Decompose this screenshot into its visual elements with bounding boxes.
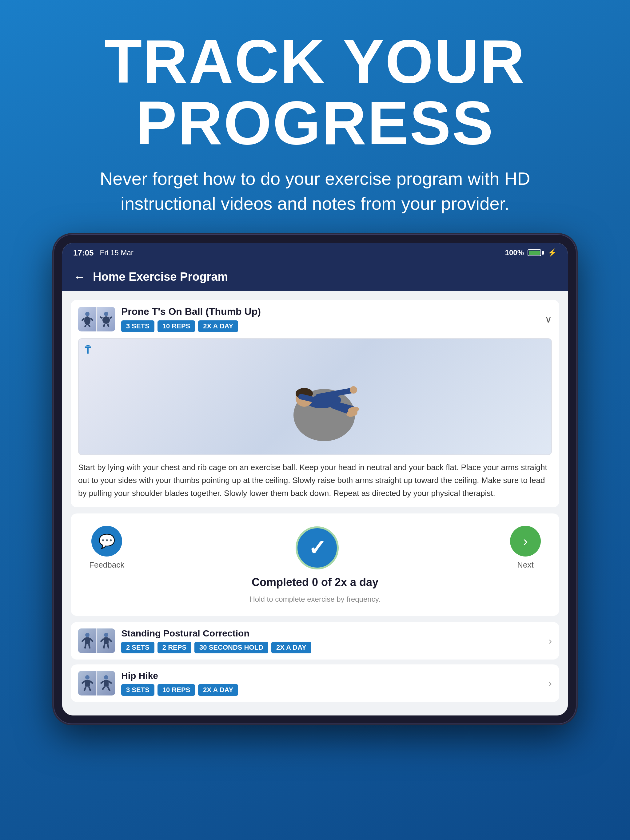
exercise-header: Prone T's On Ball (Thumb Up) 3 SETS 10 R…: [71, 300, 559, 338]
svg-line-44: [109, 681, 112, 684]
list-chevron-2: ›: [548, 677, 552, 689]
list-tags-2: 3 SETS 10 REPS 2X A DAY: [121, 684, 542, 696]
header-section: TRACK YOUR PROGRESS Never forget how to …: [0, 0, 630, 234]
status-time: 17:05: [73, 248, 94, 257]
svg-point-6: [104, 312, 108, 316]
svg-rect-42: [104, 680, 109, 687]
battery-tip: [542, 251, 544, 254]
list-thumb-left-1: [78, 628, 96, 653]
list-name-1: Standing Postural Correction: [121, 628, 542, 639]
exercise-description: Start by lying with your chest and rib c…: [71, 461, 559, 507]
battery-percent: 100%: [505, 248, 524, 257]
exercise-tags: 3 SETS 10 REPS 2X A DAY: [121, 321, 539, 332]
exercise-thumbnail: [78, 307, 115, 332]
tablet-screen: 17:05 Fri 15 Mar 100% ⚡ ← Hom: [62, 243, 568, 715]
action-row: 💬 Feedback ✓: [71, 513, 559, 616]
svg-line-28: [89, 644, 90, 649]
status-right: 100% ⚡: [505, 248, 557, 257]
video-watermark: T̈: [85, 345, 90, 356]
tag-frequency: 2X A DAY: [198, 321, 238, 332]
exercise-name: Prone T's On Ball (Thumb Up): [121, 306, 539, 317]
svg-line-18: [301, 396, 317, 400]
hold-text: Hold to complete exercise by frequency.: [250, 595, 380, 603]
list-tag-sets-2: 3 SETS: [121, 684, 154, 696]
list-tag-reps-1: 2 REPS: [157, 642, 192, 654]
svg-line-46: [108, 687, 110, 691]
back-button[interactable]: ←: [73, 270, 85, 284]
action-buttons: 💬 Feedback ✓: [89, 526, 541, 570]
list-tag-reps-2: 10 REPS: [157, 684, 195, 696]
svg-rect-36: [85, 680, 90, 687]
svg-line-10: [104, 324, 104, 327]
svg-line-45: [103, 687, 104, 690]
exercise-card: Prone T's On Ball (Thumb Up) 3 SETS 10 R…: [71, 300, 559, 507]
battery-body: [527, 249, 541, 256]
list-tag-freq-2: 2X A DAY: [198, 684, 238, 696]
check-icon: ✓: [308, 535, 326, 561]
svg-line-38: [90, 681, 93, 684]
video-area[interactable]: T̈: [78, 338, 552, 455]
next-button[interactable]: › Next: [510, 526, 541, 570]
completed-text: Completed 0 of 2x a day: [252, 576, 378, 589]
exercise-figure: [256, 351, 374, 443]
list-tag-freq-1: 2X A DAY: [271, 642, 311, 654]
thumb-left: [78, 307, 96, 332]
svg-point-17: [350, 386, 357, 393]
feedback-icon: 💬: [91, 526, 122, 556]
status-bar: 17:05 Fri 15 Mar 100% ⚡: [62, 243, 568, 262]
tag-sets: 3 SETS: [121, 321, 154, 332]
svg-line-11: [108, 324, 109, 327]
tablet-wrapper: 17:05 Fri 15 Mar 100% ⚡ ← Hom: [0, 234, 630, 724]
list-item[interactable]: Hip Hike 3 SETS 10 REPS 2X A DAY ›: [71, 665, 559, 702]
complete-circle: ✓: [296, 526, 339, 569]
list-info-1: Standing Postural Correction 2 SETS 2 RE…: [121, 628, 542, 654]
page-title: TRACK YOUR PROGRESS: [25, 31, 605, 154]
list-thumbnail-1: [78, 628, 115, 653]
feedback-button[interactable]: 💬 Feedback: [89, 526, 124, 570]
status-date: Fri 15 Mar: [100, 248, 133, 257]
list-chevron-1: ›: [548, 635, 552, 647]
battery-fill: [529, 251, 540, 255]
svg-line-33: [104, 644, 104, 649]
svg-line-39: [84, 687, 86, 691]
charging-icon: ⚡: [548, 248, 557, 257]
list-item[interactable]: Standing Postural Correction 2 SETS 2 RE…: [71, 622, 559, 660]
svg-line-37: [82, 681, 85, 684]
svg-line-43: [101, 681, 104, 684]
next-icon: ›: [510, 526, 541, 556]
page-subtitle: Never forget how to do your exercise pro…: [100, 166, 530, 216]
tablet-frame: 17:05 Fri 15 Mar 100% ⚡ ← Hom: [54, 234, 576, 724]
svg-line-3: [90, 318, 93, 321]
list-thumb-right-1: [97, 628, 115, 653]
svg-line-8: [100, 317, 103, 318]
svg-point-1: [84, 316, 90, 325]
app-header: ← Home Exercise Program: [62, 262, 568, 291]
exercise-info: Prone T's On Ball (Thumb Up) 3 SETS 10 R…: [121, 306, 539, 332]
list-tags-1: 2 SETS 2 REPS 30 SECONDS HOLD 2X A DAY: [121, 642, 542, 654]
svg-rect-24: [85, 637, 90, 644]
svg-rect-30: [104, 637, 109, 644]
svg-line-32: [109, 639, 112, 642]
svg-point-7: [103, 316, 110, 324]
svg-line-40: [89, 687, 90, 691]
svg-line-34: [108, 644, 109, 649]
complete-button[interactable]: ✓: [296, 526, 339, 569]
svg-point-29: [104, 633, 108, 637]
list-thumb-right-2: [97, 671, 115, 695]
svg-line-4: [85, 325, 86, 327]
list-name-2: Hip Hike: [121, 671, 542, 681]
next-label: Next: [517, 560, 533, 570]
app-header-title: Home Exercise Program: [93, 270, 228, 284]
list-tag-hold-1: 30 SECONDS HOLD: [195, 642, 268, 654]
svg-point-41: [104, 675, 108, 679]
svg-line-5: [89, 325, 90, 327]
chat-icon: 💬: [98, 533, 116, 549]
list-tag-sets-1: 2 SETS: [121, 642, 154, 654]
thumb-right: [97, 307, 115, 332]
svg-line-31: [101, 639, 104, 642]
expand-icon[interactable]: ∨: [545, 313, 552, 325]
feedback-label: Feedback: [89, 560, 124, 570]
svg-line-27: [85, 644, 86, 649]
svg-line-26: [90, 639, 93, 642]
list-thumb-left-2: [78, 671, 96, 695]
